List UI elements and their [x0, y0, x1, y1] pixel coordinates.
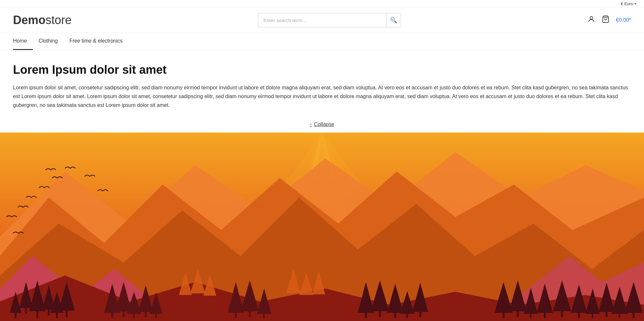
top-bar: € Euro ▾ [0, 0, 644, 8]
header-actions: €0.00* [587, 15, 631, 25]
svg-rect-61 [561, 311, 563, 317]
svg-rect-65 [592, 313, 593, 318]
hero-section [0, 133, 644, 321]
svg-rect-69 [619, 313, 620, 318]
collapse-arrow-icon: ↑ [310, 122, 312, 127]
currency-label: € Euro [621, 1, 633, 6]
svg-rect-21 [56, 312, 58, 318]
main-nav: Home Clothing Free time & electronics [0, 33, 644, 50]
svg-rect-29 [123, 311, 125, 317]
svg-rect-25 [15, 312, 17, 318]
svg-point-0 [590, 17, 593, 19]
account-icon [587, 15, 595, 23]
svg-rect-55 [517, 311, 519, 317]
search-input[interactable] [258, 13, 386, 27]
svg-rect-59 [544, 312, 546, 318]
cart-icon [602, 15, 610, 23]
svg-rect-17 [36, 311, 38, 318]
svg-rect-49 [406, 313, 408, 318]
svg-rect-31 [133, 313, 135, 318]
cart-price[interactable]: €0.00* [616, 17, 631, 23]
svg-rect-53 [503, 312, 504, 318]
logo-rest: store [46, 13, 72, 27]
hero-illustration [0, 133, 644, 321]
chevron-down-icon: ▾ [635, 2, 636, 6]
cart-button[interactable] [602, 15, 610, 25]
collapse-bar: ↑ Collapse [0, 116, 644, 133]
svg-rect-67 [606, 311, 608, 317]
svg-rect-41 [263, 313, 265, 318]
collapse-button[interactable]: ↑ Collapse [310, 122, 334, 127]
svg-rect-63 [578, 312, 580, 318]
page-heading: Lorem Ipsum dolor sit amet [13, 63, 631, 77]
svg-rect-39 [249, 311, 251, 317]
svg-rect-37 [235, 312, 237, 318]
nav-item-freetime[interactable]: Free time & electronics [63, 33, 128, 50]
svg-rect-15 [25, 307, 27, 314]
search-bar: 🔍 [258, 13, 401, 27]
logo-bold: Demo [13, 13, 46, 27]
svg-rect-45 [379, 311, 381, 317]
svg-rect-19 [48, 309, 50, 315]
site-logo[interactable]: Demostore [13, 13, 72, 27]
svg-rect-71 [633, 312, 635, 318]
svg-rect-57 [530, 313, 531, 318]
search-button[interactable]: 🔍 [386, 13, 401, 27]
page-body-text: Lorem ipsum dolor sit amet, consetetur s… [13, 83, 631, 110]
account-button[interactable] [587, 15, 595, 25]
nav-item-clothing[interactable]: Clothing [33, 33, 64, 50]
svg-rect-35 [155, 313, 157, 318]
site-header: Demostore 🔍 €0.00* [0, 8, 644, 33]
svg-rect-51 [419, 311, 421, 317]
svg-rect-23 [66, 310, 68, 317]
svg-rect-33 [145, 311, 147, 317]
svg-rect-27 [111, 312, 113, 318]
nav-item-home[interactable]: Home [13, 33, 33, 50]
currency-selector[interactable]: € Euro ▾ [621, 1, 636, 6]
main-content: Lorem Ipsum dolor sit amet Lorem ipsum d… [0, 50, 644, 116]
svg-rect-47 [394, 312, 396, 318]
search-icon: 🔍 [390, 17, 397, 24]
collapse-label: Collapse [314, 122, 334, 127]
svg-rect-43 [365, 312, 367, 318]
